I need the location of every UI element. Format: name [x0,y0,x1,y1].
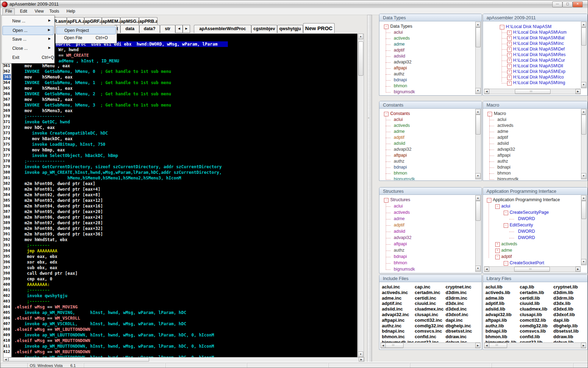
tree-stub [502,38,507,39]
tab-scroll-right-icon[interactable]: ▶ [183,25,190,33]
panel-library-files-hscroll-left-icon[interactable]: ◀ [484,343,489,348]
tab-apPRBasm[interactable]: apPRB.asm [139,17,158,25]
tree-expand-icon[interactable]: + [507,70,512,74]
editor-vscroll-thumb[interactable] [358,41,363,76]
tree-expand-icon[interactable]: + [495,242,500,247]
macro-vscroll-up-icon[interactable]: ▲ [581,109,586,115]
data-types-vscroll-up-icon[interactable]: ▲ [475,22,481,27]
tab-apGRFasm[interactable]: apGRF.asm [84,17,102,25]
menu-edit[interactable]: Edit [17,8,30,15]
tree-expand-icon[interactable]: + [507,36,512,41]
open-submenu-item-open-project[interactable]: Open Project [56,27,116,34]
data-types-vscroll-thumb[interactable] [476,27,481,47]
code-token: invoke ap_WM_MOVING, hInst, hwnd, wMsg, … [14,310,186,315]
explorer-hscroll-right-icon[interactable]: ▶ [575,89,581,94]
api-vscroll-down-icon[interactable]: ▼ [581,259,586,265]
tab-apMSGasm[interactable]: apMSG.asm [120,17,139,25]
structures-vscroll-thumb[interactable] [476,201,481,221]
tree-item-label: aclui [497,117,506,122]
explorer-hscroll-left-icon[interactable]: ◀ [484,89,489,94]
tree-expand-icon[interactable]: + [507,81,512,86]
editor-hscroll-thumb[interactable] [8,357,149,362]
tree-expand-icon[interactable]: + [507,75,512,80]
tab-apAssemblerWndProc[interactable]: apAssemblerWndProc [194,25,251,33]
macro-vscroll-thumb[interactable] [581,115,586,135]
structures-vscroll-down-icon[interactable]: ▼ [475,266,481,271]
open-submenu-item-open-file[interactable]: Open FileCtrl+O [56,34,116,41]
explorer-vscroll-up-icon[interactable]: ▲ [581,22,586,27]
menu-file[interactable]: File [2,8,15,15]
tab-data[interactable]: data [120,25,139,33]
minimize-button[interactable]: — [552,1,562,7]
panel-include-files-hscroll-right-icon[interactable]: ▶ [475,343,481,348]
menu-tools[interactable]: Tools [47,8,62,15]
line-number-389: 389 [3,220,10,226]
tree-expand-icon[interactable]: + [507,59,512,63]
tab-scroll-left-icon[interactable]: ◀ [175,25,183,33]
explorer-vscroll-thumb[interactable] [581,27,586,46]
tab-apFLAasm[interactable]: apFLA.asm [67,17,84,25]
tab-new-proc-active[interactable]: New PROC [303,23,335,33]
file-menu-item-save[interactable]: Save ...▶ [2,35,54,43]
api-vscroll-thumb[interactable] [581,201,586,219]
constants-vscroll-up-icon[interactable]: ▲ [475,109,481,115]
thumb-grip-icon: lll [496,344,498,346]
structures-vscroll-up-icon[interactable]: ▲ [475,195,481,201]
tree-collapse-icon[interactable]: − [504,211,508,215]
tab-str[interactable]: str [160,25,175,33]
editor-vscroll-down-icon[interactable]: ▼ [358,352,363,357]
code-token: m2m hFont08, dword ptr [eax+32] [14,226,103,231]
tree-expand-icon[interactable]: + [507,42,512,46]
tree-expand-icon[interactable]: + [507,53,512,57]
panel-library-files-hscroll-thumb[interactable]: lll [489,343,507,348]
tab-qwshytgju[interactable]: qwshytgju [277,25,303,33]
macro-vscroll-down-icon[interactable]: ▼ [581,173,586,179]
code-row-407: invoke ap_WM_VSCROLL, hInst, hwnd, wMsg,… [14,321,186,327]
tree-expand-icon[interactable]: + [507,30,512,35]
close-button[interactable]: ✕ [573,1,583,7]
tree-collapse-icon[interactable]: − [495,255,500,259]
panel-splitter[interactable]: ≡ [367,15,372,362]
file-menu-item-open[interactable]: Open ...▶ [2,26,54,35]
tab-cgstmbjev[interactable]: cgstmbjev [251,25,277,33]
menu-view[interactable]: View [32,8,47,15]
panel-include-files-hscroll-thumb[interactable]: lll [385,343,404,348]
explorer-vscroll-down-icon[interactable]: ▼ [581,82,586,88]
code-editor[interactable]: ndProc proc uses esi edi ebx hwnd:DWORD,… [14,34,357,357]
line-number-365: 365 [3,86,10,91]
code-row-374: mov hBackDC, eax [14,136,72,142]
tree-expand-icon[interactable]: + [507,47,512,52]
file-menu-item-exit[interactable]: ExitCtrl+Q [2,53,54,62]
tree-stub [386,251,391,251]
tree-item-label: aclui [394,117,403,122]
code-row-393: ;-------- [14,243,50,248]
api-hscroll-right-icon[interactable]: ▶ [575,267,581,272]
api-hscroll-thumb[interactable]: lll [514,267,550,272]
tree-collapse-icon[interactable]: − [495,204,500,209]
tree-expand-icon[interactable]: + [495,248,500,253]
editor-vscroll-track[interactable] [358,34,364,358]
panel-library-files-hscroll-right-icon[interactable]: ▶ [581,343,586,348]
tree-expand-icon[interactable]: + [507,64,512,69]
api-hscroll-left-icon[interactable]: ◀ [484,267,489,272]
tree-collapse-icon[interactable]: − [504,223,508,228]
maximize-button[interactable]: ▢ [562,1,573,7]
tab-apMEMasm[interactable]: apMEM.asm [102,17,120,25]
file-menu-item-new[interactable]: New ...▶ [2,17,54,25]
line-number-369: 369 [3,108,10,114]
menu-item-label: Open ... [13,28,28,33]
tree-collapse-icon[interactable]: − [504,261,508,266]
data-types-vscroll-down-icon[interactable]: ▼ [475,88,481,94]
constants-vscroll-thumb[interactable] [476,115,481,135]
tree-item-label: H:\Local Disk N\apASM\Ico [513,75,564,80]
editor-hscroll-left-icon[interactable]: ◀ [3,357,8,362]
editor-vscroll-up-icon[interactable]: ▲ [358,34,363,39]
constants-vscroll-down-icon[interactable]: ▼ [475,173,481,179]
editor-hscroll-right-icon[interactable]: ▶ [359,357,364,362]
panel-include-files-hscroll-left-icon[interactable]: ◀ [380,343,386,348]
api-vscroll-up-icon[interactable]: ▲ [581,195,586,201]
tab-data[interactable]: data? [139,25,160,33]
explorer-hscroll-thumb[interactable]: lll [515,89,551,94]
menu-help[interactable]: Help [64,8,78,15]
file-menu-item-close[interactable]: Close ...▶ [2,44,54,53]
